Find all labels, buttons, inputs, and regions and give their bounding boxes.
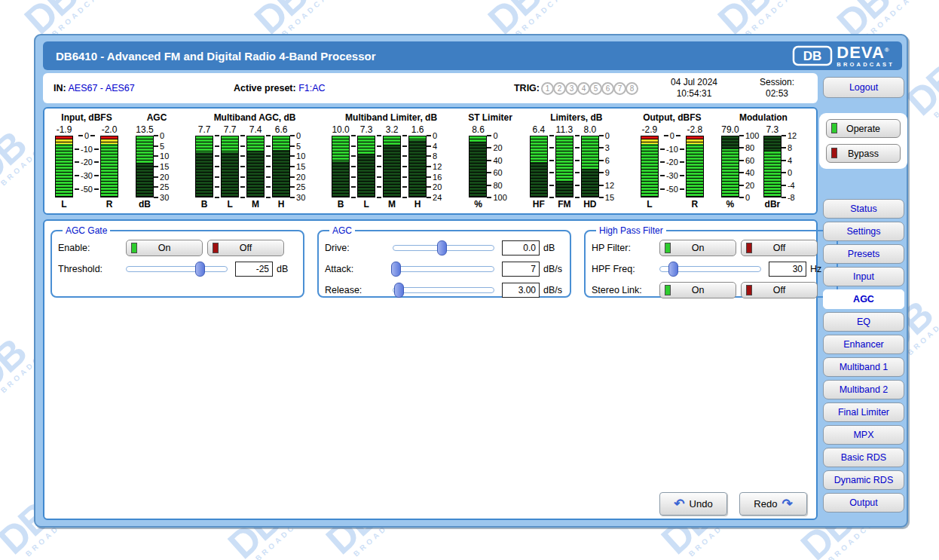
meter-bar bbox=[686, 136, 704, 197]
agc-gate-threshold-slider[interactable] bbox=[126, 266, 228, 272]
meter-group-limiters-db: Limiters, dB6.4HF11.3FM8.0HD03691215 bbox=[530, 112, 623, 213]
app-window: DB6410 - Advanced FM and Digital Radio 4… bbox=[34, 34, 908, 528]
agc-drive-input[interactable] bbox=[502, 240, 540, 256]
agc-attack-label: Attack: bbox=[325, 264, 393, 274]
active-preset-value: F1:AC bbox=[298, 83, 325, 93]
meter-column: 7.3dBr bbox=[763, 124, 781, 210]
undo-button[interactable]: ↶ Undo bbox=[659, 492, 727, 516]
sidebar-item-basic-rds[interactable]: Basic RDS bbox=[823, 448, 904, 467]
meter-label: L bbox=[61, 197, 66, 210]
meter-label: FM bbox=[558, 197, 570, 210]
agc-gate-enable-on-button[interactable]: On bbox=[126, 240, 203, 256]
operate-button[interactable]: Operate bbox=[826, 119, 901, 138]
meter-scale: 051015202530 bbox=[154, 124, 178, 197]
trig-button-2[interactable]: 2 bbox=[553, 82, 566, 95]
meter-column: 1.6H bbox=[408, 124, 427, 210]
meter-label: HD bbox=[583, 197, 596, 210]
sidebar-item-agc[interactable]: AGC bbox=[823, 289, 904, 309]
agc-gate-threshold-input[interactable] bbox=[235, 262, 273, 277]
trig-button-6[interactable]: 6 bbox=[601, 82, 614, 95]
sidebar-item-input[interactable]: Input bbox=[823, 267, 904, 286]
meter-label: M bbox=[388, 197, 396, 210]
meter-label: H bbox=[414, 197, 421, 210]
hpf-freq-slider[interactable] bbox=[659, 266, 761, 272]
time: 10:54:31 bbox=[646, 88, 742, 99]
meter-bar bbox=[272, 136, 290, 197]
sidebar-item-enhancer[interactable]: Enhancer bbox=[823, 335, 904, 354]
sidebar-item-final-limiter[interactable]: Final Limiter bbox=[823, 402, 904, 422]
meter-column: 11.3FM bbox=[555, 124, 573, 210]
meter-bar bbox=[221, 136, 239, 197]
meter-value: -2.0 bbox=[100, 124, 118, 136]
sidebar-nav: StatusSettingsPresetsInputAGCEQEnhancerM… bbox=[823, 199, 904, 516]
agc-release-slider-thumb[interactable] bbox=[394, 283, 404, 298]
redo-button[interactable]: Redo ↷ bbox=[739, 492, 807, 516]
agc-drive-slider[interactable] bbox=[393, 245, 494, 251]
agc-release-input[interactable] bbox=[502, 283, 540, 298]
agc-attack-slider[interactable] bbox=[393, 266, 494, 272]
bypass-button[interactable]: Bypass bbox=[826, 144, 901, 163]
meter-value: 8.0 bbox=[581, 124, 599, 136]
sidebar-item-dynamic-rds[interactable]: Dynamic RDS bbox=[823, 470, 904, 490]
agc-drive-slider-thumb[interactable] bbox=[437, 240, 447, 256]
agc-attack-slider-thumb[interactable] bbox=[391, 262, 401, 277]
sidebar-item-presets[interactable]: Presets bbox=[823, 244, 904, 264]
meter-group-output-dbfs: Output, dBFS-2.9L0-10-20-30-50-2.8R bbox=[641, 112, 704, 213]
meter-tick-dashes bbox=[401, 124, 408, 197]
meter-label: L bbox=[647, 197, 652, 210]
meter-column: 3.2M bbox=[383, 124, 401, 210]
sidebar-item-eq[interactable]: EQ bbox=[823, 312, 904, 332]
sidebar-item-status[interactable]: Status bbox=[823, 199, 904, 219]
sidebar-item-output[interactable]: Output bbox=[823, 493, 904, 513]
meter-group-title: Output, dBFS bbox=[643, 112, 701, 124]
meter-column: 6.4HF bbox=[530, 124, 548, 210]
stereo-link-on-button[interactable]: On bbox=[659, 282, 736, 298]
meter-tick-dashes bbox=[350, 124, 357, 197]
meter-column: 8.6% bbox=[469, 124, 487, 210]
operate-bypass-panel: Operate Bypass bbox=[819, 113, 907, 169]
sidebar-item-multiband-1[interactable]: Multiband 1 bbox=[823, 357, 904, 377]
trigger-buttons: TRIG: 12345678 bbox=[514, 82, 638, 95]
logo-sub: BROADCAST bbox=[837, 62, 895, 68]
meter-value: 13.5 bbox=[136, 124, 154, 136]
sidebar-item-mpx[interactable]: MPX bbox=[823, 425, 904, 445]
meter-scale: 04812162024 bbox=[427, 124, 451, 197]
agc-gate-threshold-slider-thumb[interactable] bbox=[195, 262, 205, 277]
hp-filter-off-button[interactable]: Off bbox=[741, 240, 818, 256]
date-time: 04 Jul 2024 10:54:31 bbox=[646, 77, 742, 99]
session-value: 02:53 bbox=[742, 88, 812, 99]
hpf-freq-slider-thumb[interactable] bbox=[668, 262, 678, 277]
trig-button-5[interactable]: 5 bbox=[589, 82, 602, 95]
trig-button-7[interactable]: 7 bbox=[613, 82, 626, 95]
meter-column: 7.7L bbox=[221, 124, 239, 210]
meter-label: HF bbox=[533, 197, 545, 210]
meter-column: 8.0HD bbox=[581, 124, 599, 210]
agc-release-slider[interactable] bbox=[393, 287, 494, 293]
trig-button-8[interactable]: 8 bbox=[625, 82, 638, 95]
trig-button-3[interactable]: 3 bbox=[565, 82, 578, 95]
meter-group-multiband-agc-db: Multiband AGC, dB7.7B7.7L7.4M6.6H0510152… bbox=[195, 112, 314, 213]
meter-column: 6.6H bbox=[272, 124, 290, 210]
sidebar-item-multiband-2[interactable]: Multiband 2 bbox=[823, 380, 904, 399]
agc-gate-enable-label: Enable: bbox=[58, 243, 126, 253]
hpf-freq-input[interactable] bbox=[769, 262, 806, 277]
trig-button-4[interactable]: 4 bbox=[577, 82, 590, 95]
panel-legend-agc-gate: AGC Gate bbox=[63, 225, 110, 236]
meter-group-title: AGC bbox=[147, 112, 167, 124]
meter-column: -2.8R bbox=[686, 124, 704, 210]
meter-label: B bbox=[338, 197, 344, 210]
meter-bar bbox=[195, 136, 213, 197]
hp-filter-on-button[interactable]: On bbox=[659, 240, 736, 256]
sidebar-item-settings[interactable]: Settings bbox=[823, 222, 904, 241]
agc-gate-enable-off-button[interactable]: Off bbox=[207, 240, 284, 256]
stereo-link-off-button[interactable]: Off bbox=[741, 282, 818, 298]
agc-attack-input[interactable] bbox=[502, 262, 540, 277]
meter-bar bbox=[469, 136, 487, 197]
trig-button-1[interactable]: 1 bbox=[541, 82, 554, 95]
control-row-agc-gate-enable: Enable:OnOff bbox=[58, 238, 297, 258]
meter-label: % bbox=[474, 197, 482, 210]
meter-group-title: Limiters, dB bbox=[550, 112, 602, 124]
meter-scale: 03691215 bbox=[599, 124, 623, 197]
meter-bar bbox=[530, 136, 548, 197]
logout-button[interactable]: Logout bbox=[823, 77, 904, 98]
